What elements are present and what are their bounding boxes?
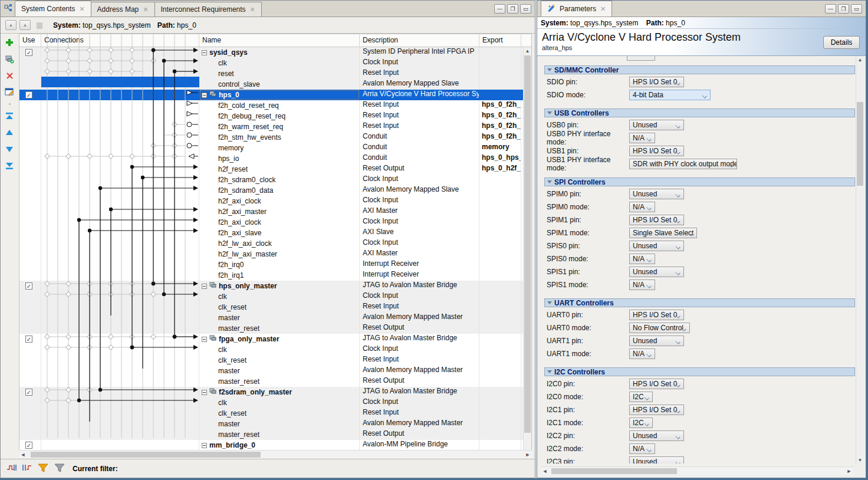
- export-cell[interactable]: [479, 90, 521, 100]
- move-up-icon[interactable]: [4, 127, 15, 138]
- connections-cell[interactable]: [41, 58, 199, 68]
- connections-cell[interactable]: [41, 419, 199, 429]
- collapse-icon[interactable]: [202, 390, 207, 395]
- scrollbar-thumb[interactable]: [31, 452, 261, 458]
- dropdown-i2c2-mode-[interactable]: N/A: [629, 443, 655, 454]
- use-checkbox[interactable]: ✓: [25, 442, 32, 449]
- name-cell[interactable]: h2f_lw_axi_clock: [199, 238, 360, 249]
- table-row[interactable]: f2h_axi_slaveAXI Slave: [19, 228, 531, 238]
- export-cell[interactable]: [479, 58, 521, 68]
- table-row[interactable]: hps_ioConduithps_0_hps_i: [19, 153, 531, 164]
- connections-cell[interactable]: [41, 313, 199, 323]
- connections-cell[interactable]: [41, 111, 199, 121]
- table-row[interactable]: ✓mm_bridge_0Avalon-MM Pipeline Bridge: [19, 440, 531, 451]
- table-row[interactable]: h2f_lw_axi_clockClock Input: [19, 238, 531, 249]
- connections-cell[interactable]: [41, 153, 199, 164]
- restore-button[interactable]: ❐: [838, 4, 849, 14]
- use-checkbox[interactable]: ✓: [25, 389, 32, 396]
- table-row[interactable]: ✓sysid_qsysSystem ID Peripheral Intel FP…: [19, 47, 531, 58]
- name-cell[interactable]: clk_reset: [199, 355, 360, 366]
- connections-cell[interactable]: [41, 164, 199, 175]
- table-row[interactable]: masterAvalon Memory Mapped Master: [19, 313, 531, 323]
- export-cell[interactable]: [479, 313, 521, 323]
- dropdown-spim1-pin-[interactable]: HPS I/O Set 0: [629, 215, 684, 225]
- dropdown-i2c1-mode-[interactable]: I2C: [629, 417, 653, 428]
- dropdown-spis0-mode-[interactable]: N/A: [629, 254, 655, 264]
- dropdown-i2c0-pin-[interactable]: HPS I/O Set 0: [629, 379, 684, 389]
- clear-filter-icon[interactable]: [54, 463, 65, 474]
- table-row[interactable]: h2f_axi_masterAXI Master: [19, 206, 531, 217]
- tab-interconnect-requirements[interactable]: Interconnect Requirements✕: [154, 2, 262, 17]
- name-cell[interactable]: master_reset: [199, 376, 360, 387]
- table-row[interactable]: resetReset Input: [19, 68, 531, 79]
- name-cell[interactable]: master: [199, 366, 360, 376]
- name-cell[interactable]: hps_0: [199, 90, 360, 100]
- name-cell[interactable]: mm_bridge_0: [199, 440, 360, 451]
- column-header-connections[interactable]: Connections: [41, 34, 199, 47]
- export-cell[interactable]: hps_0_f2h_s: [479, 132, 521, 143]
- scrollbar-thumb[interactable]: [551, 468, 677, 474]
- parameters-horizontal-scrollbar[interactable]: ◄ ►: [541, 466, 853, 475]
- export-cell[interactable]: [479, 175, 521, 185]
- dropdown-uart0-pin-[interactable]: HPS I/O Set 0: [629, 310, 684, 320]
- export-cell[interactable]: [479, 323, 521, 334]
- add-component-icon[interactable]: [4, 37, 15, 48]
- export-cell[interactable]: hps_0_f2h_w: [479, 121, 521, 132]
- name-cell[interactable]: hps_only_master: [199, 281, 360, 291]
- name-cell[interactable]: h2f_lw_axi_master: [199, 249, 360, 259]
- duplicate-component-icon[interactable]: [4, 54, 15, 64]
- connections-cell[interactable]: [41, 132, 199, 143]
- name-cell[interactable]: f2h_irq1: [199, 270, 360, 281]
- table-row[interactable]: ✓f2sdram_only_masterJTAG to Avalon Maste…: [19, 387, 531, 397]
- connections-cell[interactable]: [41, 429, 199, 440]
- name-cell[interactable]: f2h_stm_hw_events: [199, 132, 360, 143]
- name-cell[interactable]: h2f_axi_clock: [199, 196, 360, 206]
- table-row[interactable]: clkClock Input: [19, 344, 531, 355]
- table-row[interactable]: ✓hps_0Arria V/Cyclone V Hard Processor S…: [19, 90, 531, 100]
- dropdown-spim1-mode-[interactable]: Single Slave Select: [629, 228, 697, 238]
- export-cell[interactable]: [479, 259, 521, 270]
- table-row[interactable]: ✓fpga_only_masterJTAG to Avalon Master B…: [19, 334, 531, 344]
- table-row[interactable]: clk_resetReset Input: [19, 408, 531, 419]
- export-cell[interactable]: [479, 291, 521, 302]
- connections-cell[interactable]: [41, 344, 199, 355]
- export-cell[interactable]: [479, 429, 521, 440]
- details-button[interactable]: Details: [823, 36, 860, 49]
- connections-cell[interactable]: [41, 440, 199, 451]
- connections-cell[interactable]: [41, 270, 199, 281]
- connections-cell[interactable]: [41, 121, 199, 132]
- name-cell[interactable]: clk: [199, 58, 360, 68]
- connections-cell[interactable]: [41, 376, 199, 387]
- dropdown-spis0-pin-[interactable]: Unused: [629, 241, 684, 251]
- connections-cell[interactable]: [41, 408, 199, 419]
- column-header-description[interactable]: Description: [360, 34, 479, 47]
- remove-component-icon[interactable]: [4, 70, 15, 81]
- dropdown-uart0-mode-[interactable]: No Flow Control: [629, 323, 690, 333]
- export-cell[interactable]: [479, 238, 521, 249]
- dropdown-i2c0-mode-[interactable]: I2C: [629, 392, 653, 402]
- section-header[interactable]: SD/MMC Controller: [544, 65, 855, 74]
- name-cell[interactable]: clk: [199, 344, 360, 355]
- name-cell[interactable]: master: [199, 313, 360, 323]
- export-cell[interactable]: hps_0_h2f_r: [479, 164, 521, 175]
- tab-parameters[interactable]: Parameters ✕: [541, 1, 612, 17]
- scroll-left-arrow[interactable]: ◄: [541, 468, 549, 474]
- use-checkbox[interactable]: ✓: [25, 49, 32, 56]
- collapse-icon[interactable]: [202, 443, 207, 448]
- connections-cell[interactable]: [41, 68, 199, 79]
- name-cell[interactable]: fpga_only_master: [199, 334, 360, 344]
- table-row[interactable]: clk_resetReset Input: [19, 355, 531, 366]
- connections-cell[interactable]: [41, 291, 199, 302]
- table-row[interactable]: f2h_warm_reset_reqReset Inputhps_0_f2h_w: [19, 121, 531, 132]
- section-header[interactable]: I2C Controllers: [544, 367, 855, 376]
- use-checkbox[interactable]: ✓: [25, 91, 32, 98]
- clock-crossing-icon[interactable]: [6, 463, 17, 474]
- connections-cell[interactable]: [41, 259, 199, 270]
- connections-cell[interactable]: [41, 355, 199, 366]
- export-cell[interactable]: [479, 249, 521, 259]
- move-down-icon[interactable]: [4, 144, 15, 154]
- dropdown-usb0-phy-interface-mode-[interactable]: N/A: [629, 133, 655, 143]
- connections-cell[interactable]: [41, 185, 199, 196]
- name-cell[interactable]: master_reset: [199, 323, 360, 334]
- table-row[interactable]: master_resetReset Output: [19, 323, 531, 334]
